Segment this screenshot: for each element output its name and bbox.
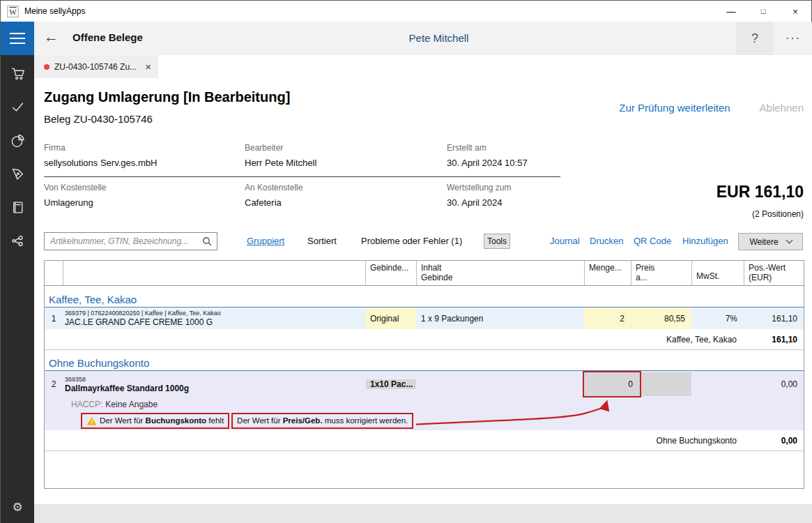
validation-errors: Der Wert für Buchungskonto fehlt Der Wer… <box>45 411 804 430</box>
col-header-poswert[interactable]: Pos.-Wert (EUR) <box>744 261 804 285</box>
col-header-inhalt[interactable]: Inhalt Gebinde <box>416 261 584 285</box>
help-icon: ? <box>751 31 758 46</box>
gebinde-field[interactable]: Original <box>365 308 416 329</box>
tab-label: ZU-0430-105746 Zu... <box>54 62 141 72</box>
menge-field[interactable]: 2 <box>584 308 631 329</box>
chevron-down-icon <box>786 237 792 244</box>
sidebar-item-tasks[interactable] <box>1 90 34 123</box>
field-erstellt-am: Erstellt am 30. April 2024 10:57 <box>447 143 635 168</box>
group-header-ohne-buchungskonto: Ohne Buchungskonto <box>45 356 804 371</box>
field-bearbeiter: Bearbeiter Herr Pete Mitchell <box>245 143 433 168</box>
share-network-icon <box>10 234 25 248</box>
gebinde-field[interactable]: 1x10 Pac... <box>366 379 416 389</box>
back-button[interactable]: ← <box>44 29 59 45</box>
positions-count: (2 Positionen) <box>752 209 804 219</box>
error-buchungskonto: Der Wert für Buchungskonto fehlt <box>81 413 229 429</box>
app-header: ← Offene Belege Pete Mitchell ? ··· <box>34 22 812 55</box>
qr-code-link[interactable]: QR Code <box>634 236 671 246</box>
preis-field[interactable]: 80,55 <box>631 308 691 329</box>
unsaved-indicator-dot <box>44 64 49 70</box>
minimize-button[interactable]: — <box>715 1 747 22</box>
tag-icon <box>10 167 25 181</box>
group-subtotal-kaffee: Kaffee, Tee, Kakao 161,10 <box>45 329 804 350</box>
document-title: Zugang Umlagerung [In Bearbeitung] <box>44 89 290 105</box>
grouped-toggle[interactable]: Gruppiert <box>247 236 284 246</box>
table-row-2[interactable]: 2 369358 Dallmayrkaffee Standard 1000g 1… <box>45 371 804 397</box>
menge-field-invalid[interactable]: 0 <box>583 371 641 397</box>
poswert-value: 161,10 <box>744 308 804 329</box>
field-wertstellung: Wertstellung zum 30. April 2024 <box>447 183 635 208</box>
journal-link[interactable]: Journal <box>550 236 580 246</box>
hamburger-menu-button[interactable] <box>1 22 34 55</box>
error-preis: Der Wert für Preis/Geb. muss korrigiert … <box>231 413 413 429</box>
tab-document[interactable]: ZU-0430-105746 Zu... × <box>34 55 158 78</box>
search-input[interactable] <box>45 236 202 246</box>
group-header-kaffee: Kaffee, Tee, Kakao <box>45 292 804 308</box>
sidebar-item-tags[interactable] <box>1 157 34 190</box>
reject-button[interactable]: Ablehnen <box>760 102 804 114</box>
tab-bar: ZU-0430-105746 Zu... × <box>34 55 812 78</box>
pie-chart-icon <box>10 133 25 148</box>
sidebar-item-journal[interactable] <box>1 190 34 224</box>
field-an-kostenstelle: An Kostenstelle Cafeteria <box>245 183 433 208</box>
group-subtotal-ohne-buchungskonto: Ohne Buchungskonto 0,00 <box>45 430 804 451</box>
app-window: W Meine sellyApps — □ × <box>0 0 812 523</box>
problems-filter[interactable]: Probleme oder Fehler (1) <box>361 236 462 246</box>
row-description: 369358 Dallmayrkaffee Standard 1000g <box>63 371 365 397</box>
gear-icon: ⚙ <box>12 500 22 514</box>
search-box <box>44 232 217 250</box>
close-button[interactable]: × <box>779 1 811 22</box>
add-link[interactable]: Hinzufügen <box>682 236 728 246</box>
col-header-mwst[interactable]: MwSt. <box>691 261 744 285</box>
settings-button[interactable]: ⚙ <box>1 490 34 523</box>
bottom-strip <box>34 504 812 523</box>
row-description: 369379 | 07622400820250 | Kaffee | Kaffe… <box>63 308 365 329</box>
document-number: Beleg ZU-0430-105746 <box>44 113 153 125</box>
col-header-menge[interactable]: Menge... <box>584 261 631 285</box>
ellipsis-icon: ··· <box>786 32 801 45</box>
col-header-gebinde[interactable]: Gebinde... <box>365 261 416 285</box>
app-logo-icon: W <box>7 6 19 17</box>
haccp-line: HACCP: Keine Angabe <box>45 397 804 411</box>
titlebar: W Meine sellyApps — □ × <box>1 1 811 22</box>
menge-preis-field-group: 0 <box>584 372 691 396</box>
sorted-toggle[interactable]: Sortiert <box>307 236 337 246</box>
forward-for-review-button[interactable]: Zur Prüfung weiterleiten <box>619 102 730 114</box>
document-view: Zugang Umlagerung [In Bearbeitung] Beleg… <box>34 78 812 504</box>
sidebar-item-network[interactable] <box>1 224 34 257</box>
positions-table: Gebinde... Inhalt Gebinde Menge... Preis… <box>44 260 804 489</box>
mwst-value: 7% <box>691 308 744 329</box>
warning-icon <box>86 416 97 425</box>
window-title: Meine sellyApps <box>24 6 85 16</box>
table-header-row: Gebinde... Inhalt Gebinde Menge... Preis… <box>45 261 804 286</box>
total-amount: EUR 161,10 <box>717 183 804 202</box>
table-row-1[interactable]: 1 369379 | 07622400820250 | Kaffee | Kaf… <box>45 308 804 329</box>
field-von-kostenstelle: Von Kostenstelle Umlagerung <box>44 183 232 208</box>
print-link[interactable]: Drucken <box>590 236 623 246</box>
col-header-preis[interactable]: Preis a... <box>631 261 691 285</box>
sidebar: ⚙ <box>1 22 34 523</box>
shopping-cart-icon <box>10 66 25 81</box>
field-divider <box>44 176 560 177</box>
window-controls: — □ × <box>715 1 811 22</box>
sidebar-item-cart[interactable] <box>1 56 34 90</box>
tab-close-icon[interactable]: × <box>145 61 151 72</box>
page-title: Offene Belege <box>72 31 143 43</box>
field-firma: Firma sellysolutions Serv.ges.mbH <box>44 143 232 168</box>
maximize-button[interactable]: □ <box>747 1 779 22</box>
sidebar-item-reports[interactable] <box>1 123 34 157</box>
poswert-value: 0,00 <box>744 371 804 397</box>
inhalt-gebinde-value: 1 x 9 Packungen <box>416 308 584 329</box>
tools-button[interactable]: Tools <box>484 234 510 249</box>
row-position: 1 <box>45 308 63 329</box>
help-button[interactable]: ? <box>736 22 774 55</box>
book-icon <box>10 200 25 215</box>
search-icon[interactable] <box>202 236 212 246</box>
more-actions-dropdown[interactable]: Weitere <box>738 233 803 250</box>
more-options-button[interactable]: ··· <box>775 22 811 55</box>
row-position: 2 <box>45 371 63 397</box>
checkmark-icon <box>10 100 25 114</box>
user-menu[interactable]: Pete Mitchell <box>409 32 469 44</box>
